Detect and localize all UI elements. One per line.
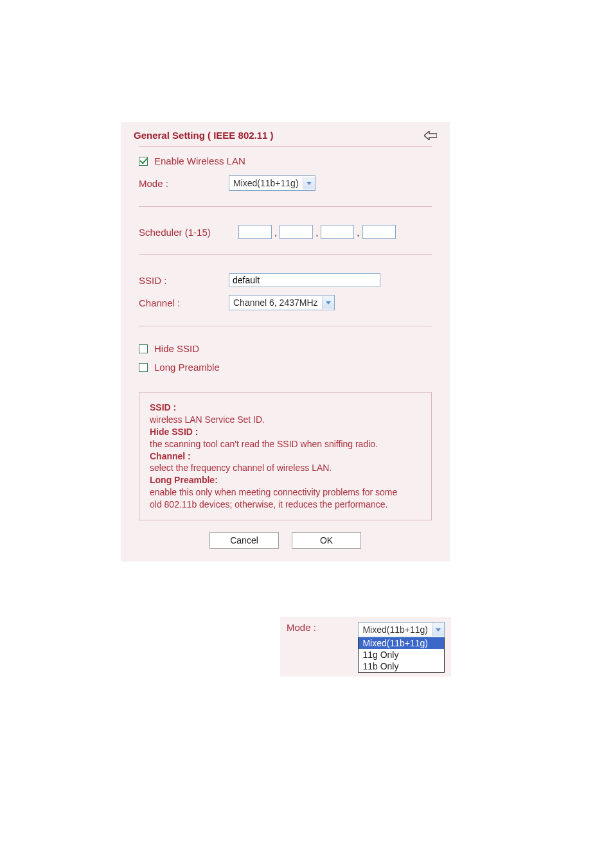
scheduler-input-1[interactable] — [238, 225, 272, 239]
desc-lp-text1: enable this only when meeting connectivi… — [150, 486, 421, 499]
mode-label: Mode : — [139, 178, 229, 189]
mode-option[interactable]: Mixed(11b+11g) — [359, 637, 444, 649]
section-flags: Hide SSID Long Preamble — [121, 334, 450, 382]
chevron-down-icon — [303, 177, 315, 190]
chevron-down-icon — [322, 296, 334, 309]
long-preamble-checkbox[interactable] — [139, 363, 148, 372]
scheduler-label: Scheduler (1-15) — [139, 227, 238, 238]
title-row: General Setting ( IEEE 802.11 ) — [121, 122, 450, 146]
channel-value: Channel 6, 2437MHz — [229, 297, 322, 308]
page-title: General Setting ( IEEE 802.11 ) — [134, 130, 274, 141]
mode-open-select[interactable]: Mixed(11b+11g) Mixed(11b+11g) 11g Only 1… — [358, 622, 445, 673]
mode-option-list: Mixed(11b+11g) 11g Only 11b Only — [358, 637, 445, 673]
channel-label: Channel : — [139, 297, 229, 308]
enable-wlan-row[interactable]: Enable Wireless LAN — [139, 153, 432, 172]
ok-button[interactable]: OK — [292, 532, 361, 549]
section-scheduler: Scheduler (1-15) , , , — [121, 215, 450, 247]
hide-ssid-row[interactable]: Hide SSID — [139, 341, 432, 359]
long-preamble-row[interactable]: Long Preamble — [139, 359, 432, 378]
mode-open-label: Mode : — [287, 622, 358, 633]
scheduler-input-3[interactable] — [321, 225, 354, 239]
desc-ssid-term: SSID : — [150, 402, 176, 412]
desc-channel-term: Channel : — [150, 451, 191, 461]
mode-option[interactable]: 11g Only — [359, 649, 444, 660]
button-row: Cancel OK — [121, 520, 450, 562]
desc-ssid-text: wireless LAN Service Set ID. — [150, 414, 421, 426]
hide-ssid-checkbox[interactable] — [139, 344, 148, 353]
comma: , — [315, 227, 318, 238]
desc-hide-term: Hide SSID : — [150, 427, 198, 437]
comma: , — [357, 227, 359, 238]
ssid-row: SSID : — [139, 269, 432, 291]
back-arrow-icon[interactable] — [424, 131, 437, 140]
mode-value: Mixed(11b+11g) — [229, 178, 303, 188]
enable-wlan-checkbox[interactable] — [139, 157, 148, 166]
divider — [139, 326, 432, 326]
desc-channel-text: select the frequency channel of wireless… — [150, 462, 421, 474]
chevron-down-icon — [432, 623, 444, 636]
mode-open-value: Mixed(11b+11g) — [359, 624, 432, 635]
channel-row: Channel : Channel 6, 2437MHz — [139, 291, 432, 314]
desc-lp-text2: old 802.11b devices; otherwise, it reduc… — [150, 499, 421, 511]
scheduler-inputs: , , , — [238, 225, 396, 239]
section-enable-mode: Enable Wireless LAN Mode : Mixed(11b+11g… — [121, 146, 450, 199]
channel-select[interactable]: Channel 6, 2437MHz — [229, 295, 335, 310]
divider — [139, 206, 432, 207]
general-setting-panel: General Setting ( IEEE 802.11 ) Enable W… — [121, 122, 450, 562]
hide-ssid-label: Hide SSID — [154, 343, 199, 354]
scheduler-input-4[interactable] — [362, 225, 396, 239]
mode-select[interactable]: Mixed(11b+11g) — [229, 175, 315, 191]
cancel-button[interactable]: Cancel — [209, 532, 279, 549]
ssid-input[interactable] — [229, 273, 380, 287]
mode-option[interactable]: 11b Only — [359, 660, 444, 672]
ssid-label: SSID : — [139, 275, 229, 286]
enable-wlan-label: Enable Wireless LAN — [154, 155, 245, 166]
scheduler-input-2[interactable] — [280, 225, 313, 239]
section-ssid-channel: SSID : Channel : Channel 6, 2437MHz — [121, 263, 450, 318]
mode-row: Mode : Mixed(11b+11g) — [139, 172, 432, 195]
description-box: SSID : wireless LAN Service Set ID. Hide… — [139, 392, 432, 520]
comma: , — [274, 227, 277, 238]
mode-dropdown-expanded-panel: Mode : Mixed(11b+11g) Mixed(11b+11g) 11g… — [280, 617, 451, 677]
desc-lp-term: Long Preamble: — [150, 475, 218, 485]
desc-hide-text: the scanning tool can't read the SSID wh… — [150, 438, 421, 450]
scheduler-row: Scheduler (1-15) , , , — [139, 221, 432, 243]
long-preamble-label: Long Preamble — [154, 362, 220, 373]
divider — [139, 254, 432, 255]
